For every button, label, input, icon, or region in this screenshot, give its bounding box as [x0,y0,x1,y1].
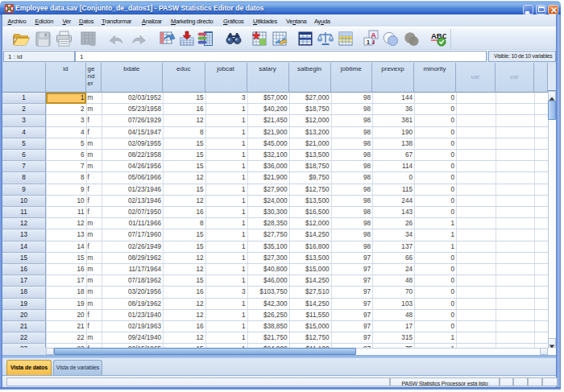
svg-text:1: 1 [367,39,371,46]
